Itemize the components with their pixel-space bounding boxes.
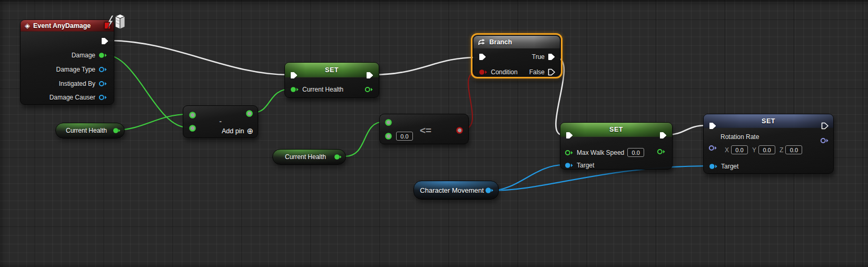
node-set-max-walk-speed[interactable]: SET Max Walk Speed Target xyxy=(560,122,673,170)
damage-causer-pin-icon xyxy=(98,94,107,101)
branch-exec-in-pin[interactable] xyxy=(479,53,487,62)
instigated-by-pin-label: Instigated By xyxy=(59,80,95,87)
branch-title: Branch xyxy=(489,38,512,46)
set-rotation-rate-target-row[interactable]: Target xyxy=(709,163,738,170)
event-damagecauser-pin-row[interactable]: Damage Causer xyxy=(50,94,107,101)
max-walk-speed-pin-label: Max Walk Speed xyxy=(577,149,624,156)
branch-true-label: True xyxy=(532,53,545,61)
max-walk-speed-value-field[interactable] xyxy=(627,148,644,157)
current-health-1-output-pin[interactable] xyxy=(113,127,121,135)
subtract-input-b-pin[interactable] xyxy=(189,124,196,134)
rotation-rate-y-field[interactable] xyxy=(758,145,775,154)
subtract-operator-glyph: - xyxy=(183,117,258,125)
current-health-1-label: Current Health xyxy=(66,127,107,134)
branch-false-exec-pin xyxy=(548,68,556,76)
less-equal-output-pin[interactable] xyxy=(456,126,463,136)
event-damagetype-pin-row[interactable]: Damage Type xyxy=(56,66,108,73)
node-branch[interactable]: Branch Condition True False xyxy=(473,35,560,76)
target-pin-icon xyxy=(709,163,718,170)
add-pin-label: Add pin xyxy=(222,127,244,135)
set-rotation-rate-title: SET xyxy=(704,117,833,125)
wire-charactermovement-to-setmaxwalkspeed-target[interactable] xyxy=(490,165,564,191)
event-diamond-icon: ◈ xyxy=(25,22,30,29)
set-current-health-input-row[interactable]: Current Health xyxy=(290,86,343,93)
less-equal-b-value-field[interactable] xyxy=(396,132,413,141)
wire-currenthealth1-to-subtract-a[interactable] xyxy=(115,114,188,130)
set-max-walk-speed-title: SET xyxy=(560,126,672,133)
branch-false-row[interactable]: False xyxy=(529,68,556,76)
set-current-health-exec-out-pin[interactable] xyxy=(366,72,374,81)
less-equal-input-b-pin[interactable] xyxy=(384,132,392,142)
less-equal-operator-glyph: <= xyxy=(420,125,431,136)
node-set-current-health[interactable]: SET Current Health xyxy=(284,62,379,98)
target-pin-icon xyxy=(565,162,574,169)
axis-y-label: Y xyxy=(752,146,756,154)
current-health-2-output-pin[interactable] xyxy=(334,154,342,162)
set-current-health-exec-in-pin[interactable] xyxy=(290,72,298,81)
node-get-character-movement[interactable]: Character Movement xyxy=(413,181,499,200)
branch-condition-row[interactable]: Condition xyxy=(479,68,518,76)
axis-z-label: Z xyxy=(780,146,783,154)
current-health-2-label: Current Health xyxy=(285,153,326,161)
branch-condition-label: Condition xyxy=(491,68,518,76)
wire-exec-set-currenthealth-to-branch[interactable] xyxy=(372,57,477,75)
branch-true-exec-pin xyxy=(548,53,556,61)
node-get-current-health-2[interactable]: Current Health xyxy=(272,149,346,165)
rotation-rate-xyz-row: X Y Z xyxy=(725,145,802,154)
rotation-rate-input-pin[interactable] xyxy=(708,145,717,153)
branch-selection-outline: Branch Condition True False xyxy=(471,33,563,78)
node-set-rotation-rate[interactable]: SET Rotation Rate X Y Z Target xyxy=(703,114,834,174)
event-anydamage-header: ◈ Event AnyDamage xyxy=(21,20,114,32)
node-get-current-health-1[interactable]: Current Health xyxy=(55,123,125,139)
damage-type-pin-icon xyxy=(98,66,107,73)
event-exec-out-pin[interactable] xyxy=(101,37,109,46)
event-instigatedby-pin-row[interactable]: Instigated By xyxy=(59,80,107,87)
set-current-health-pin-label: Current Health xyxy=(302,86,343,93)
damage-pin-label: Damage xyxy=(72,52,95,59)
wire-charactermovement-to-setrotationrate-target[interactable] xyxy=(490,166,708,191)
set-max-walk-speed-exec-in-pin[interactable] xyxy=(566,132,574,141)
set-rotation-rate-output-pin[interactable] xyxy=(820,137,829,145)
wire-exec-event-to-set-currenthealth[interactable] xyxy=(108,41,289,75)
set-max-walk-speed-header: SET xyxy=(560,123,672,137)
branch-condition-pin-icon xyxy=(479,69,488,75)
set-max-walk-speed-exec-out-pin[interactable] xyxy=(659,132,667,141)
branch-true-row[interactable]: True xyxy=(532,53,556,61)
event-damage-pin-row[interactable]: Damage xyxy=(72,52,107,59)
event-node-corner-icon xyxy=(105,12,128,31)
node-less-equal[interactable]: <= xyxy=(379,114,469,144)
rotation-rate-x-field[interactable] xyxy=(731,145,748,154)
set-current-health-title: SET xyxy=(285,66,379,74)
wire-damage-to-subtract-b[interactable] xyxy=(105,55,188,127)
set-rotation-rate-exec-out-pin[interactable] xyxy=(821,122,829,131)
axis-x-label: X xyxy=(725,146,729,154)
max-walk-speed-pin-icon xyxy=(565,150,574,156)
character-movement-label: Character Movement xyxy=(420,186,484,194)
set-max-walk-speed-input-row[interactable]: Max Walk Speed xyxy=(565,148,644,157)
set-current-health-output-pin[interactable] xyxy=(364,86,373,94)
current-health-input-pin-icon xyxy=(290,86,299,93)
damage-type-pin-label: Damage Type xyxy=(56,66,96,73)
target-pin-label: Target xyxy=(577,162,594,169)
less-equal-input-a-pin[interactable] xyxy=(384,118,392,128)
node-subtract[interactable]: - Add pin ⊕ xyxy=(183,105,258,138)
damage-pin-icon xyxy=(98,52,107,58)
rotation-rate-z-field[interactable] xyxy=(785,145,802,154)
instigated-by-pin-icon xyxy=(98,81,107,87)
branch-false-label: False xyxy=(529,68,545,76)
set-rotation-rate-header: SET xyxy=(704,114,833,128)
set-max-walk-speed-output-pin[interactable] xyxy=(657,149,666,156)
character-movement-output-pin[interactable] xyxy=(485,187,494,195)
branch-header: Branch xyxy=(474,36,560,48)
node-event-anydamage[interactable]: ◈ Event AnyDamage Damage Damage Type Ins… xyxy=(20,19,114,105)
event-anydamage-title: Event AnyDamage xyxy=(33,22,91,29)
circled-plus-icon: ⊕ xyxy=(246,128,253,134)
set-max-walk-speed-target-row[interactable]: Target xyxy=(565,162,594,169)
wire-currenthealth2-to-lessequal[interactable] xyxy=(345,122,384,156)
lightning-bolt-icon xyxy=(107,15,114,29)
damage-causer-pin-label: Damage Causer xyxy=(50,94,95,101)
blueprint-graph-canvas[interactable]: ◈ Event AnyDamage Damage Damage Type Ins… xyxy=(0,0,868,267)
branch-icon xyxy=(478,38,486,45)
subtract-add-pin-button[interactable]: Add pin ⊕ xyxy=(222,127,253,135)
set-rotation-rate-exec-in-pin[interactable] xyxy=(709,122,717,131)
